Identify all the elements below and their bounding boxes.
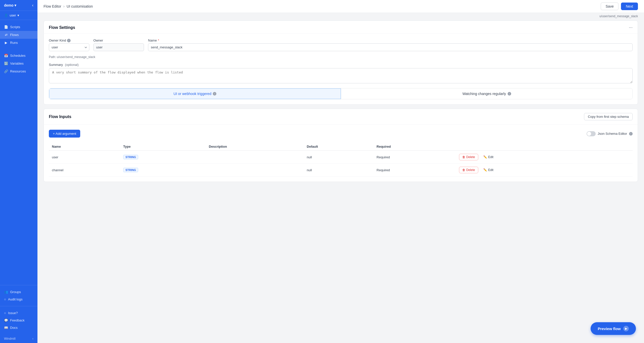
schedules-icon: 📅: [4, 54, 8, 58]
sidebar-item-scripts[interactable]: 📄 Scripts: [0, 23, 37, 31]
sidebar-item-docs[interactable]: 📖 Docs: [0, 324, 37, 331]
user-icon: 👤: [4, 13, 8, 17]
user-label: user: [10, 13, 16, 17]
sidebar-item-label: Runs: [10, 41, 18, 45]
row-actions: 🗑 Delete ✏️ Edit: [456, 164, 633, 177]
flow-inputs-card: Flow Inputs Copy from first step schema …: [44, 109, 638, 182]
delete-icon: 🗑: [462, 155, 465, 159]
sidebar-item-audit-logs[interactable]: ○ Audit logs: [0, 296, 37, 303]
edit-button-channel[interactable]: ✏️ Edit: [480, 167, 496, 173]
edit-button-user[interactable]: ✏️ Edit: [480, 154, 496, 160]
sidebar-item-issue[interactable]: ○ Issue?: [0, 309, 37, 317]
sidebar-footer: 👥 Groups ○ Audit logs: [0, 285, 37, 306]
brand-name: demo: [4, 3, 13, 7]
table-head: Name Type Description Default Required: [49, 143, 633, 151]
topbar-actions: Save Next: [601, 3, 638, 10]
delete-button-channel[interactable]: 🗑 Delete: [459, 167, 479, 173]
resources-icon: 🔗: [4, 69, 8, 73]
table-body: user STRING null Required 🗑 Delete: [49, 151, 633, 177]
sidebar-footer-label: Audit logs: [8, 297, 23, 301]
delete-icon: 🗑: [462, 168, 465, 172]
name-input[interactable]: [148, 43, 633, 51]
flow-inputs-title: Flow Inputs: [49, 115, 71, 119]
trigger-ui-webhook-button[interactable]: UI or webhook triggered i: [49, 88, 341, 99]
json-schema-label: Json Schema Editor: [598, 132, 627, 136]
save-button[interactable]: Save: [601, 3, 618, 10]
sidebar-item-runs[interactable]: ▶ Runs: [0, 39, 37, 47]
row-type: STRING: [120, 151, 206, 164]
row-default: null: [304, 164, 373, 177]
owner-row: Owner Kind i user Owner Name: [49, 39, 633, 51]
sidebar-item-schedules[interactable]: 📅 Schedules: [0, 52, 37, 60]
breadcrumb-separator: ›: [63, 4, 65, 9]
owner-group: Owner: [93, 39, 144, 51]
breadcrumb-ui-customisation: UI customisation: [67, 4, 93, 8]
sidebar-bottom: Windmill ‹: [0, 334, 37, 343]
brand-chevron-icon: ▾: [14, 3, 16, 7]
sidebar-nav: 📄 Scripts ⇄ Flows ▶ Runs 📅 Schedules 🔣 V…: [0, 20, 37, 280]
next-button[interactable]: Next: [621, 3, 638, 10]
col-actions: [456, 143, 633, 151]
docs-label: Docs: [10, 326, 18, 330]
issue-icon: ○: [4, 311, 6, 315]
edit-icon: ✏️: [483, 168, 487, 172]
flows-icon: ⇄: [4, 33, 8, 37]
breadcrumb-flow-editor[interactable]: Flow Editor: [44, 4, 61, 8]
row-description: [206, 151, 304, 164]
owner-kind-group: Owner Kind i user: [49, 39, 89, 51]
runs-icon: ▶: [4, 41, 8, 45]
row-name: user: [49, 151, 120, 164]
preview-flow-button[interactable]: Preview flow ▶: [591, 322, 636, 335]
json-schema-toggle-group: Json Schema Editor i: [587, 131, 633, 136]
sidebar-extras: ○ Issue? 💬 Feedback 📖 Docs: [0, 306, 37, 334]
delete-button-user[interactable]: 🗑 Delete: [459, 154, 479, 160]
trigger-2-info-icon: i: [508, 92, 511, 96]
sidebar-header: demo ▾ ‹: [0, 0, 37, 11]
audit-logs-icon: ○: [4, 297, 6, 301]
summary-textarea[interactable]: [49, 68, 633, 83]
col-type: Type: [120, 143, 206, 151]
content-area: u/user/send_message_slack Flow Settings …: [37, 13, 644, 343]
col-name: Name: [49, 143, 120, 151]
json-schema-info-icon: i: [629, 132, 633, 136]
copy-schema-button[interactable]: Copy from first step schema: [584, 113, 633, 120]
sidebar: demo ▾ ‹ 👤 user ▾ 📄 Scripts ⇄ Flows ▶ Ru…: [0, 0, 37, 343]
sidebar-user[interactable]: 👤 user ▾: [0, 11, 37, 20]
trigger-1-info-icon: i: [213, 92, 216, 96]
json-schema-toggle[interactable]: [587, 131, 596, 136]
sidebar-item-groups[interactable]: 👥 Groups: [0, 288, 37, 296]
row-actions: 🗑 Delete ✏️ Edit: [456, 151, 633, 164]
add-argument-button[interactable]: + Add argument: [49, 130, 80, 138]
row-required: Required: [373, 151, 456, 164]
trigger-options: UI or webhook triggered i Watching chang…: [49, 88, 633, 99]
owner-kind-info-icon: i: [67, 39, 71, 42]
sidebar-item-label: Resources: [10, 69, 26, 73]
flow-settings-header: Flow Settings ···: [44, 21, 638, 33]
sidebar-item-resources[interactable]: 🔗 Resources: [0, 67, 37, 75]
sidebar-item-flows[interactable]: ⇄ Flows: [0, 31, 37, 39]
arguments-table: Name Type Description Default Required u…: [49, 143, 633, 177]
action-cell: 🗑 Delete ✏️ Edit: [459, 154, 630, 160]
sidebar-collapse-button[interactable]: ‹: [32, 3, 33, 8]
user-chevron-icon: ▾: [17, 13, 19, 17]
sidebar-footer-label: Groups: [10, 290, 21, 294]
variables-icon: 🔣: [4, 62, 8, 65]
path-hint: u/user/send_message_slack: [44, 13, 638, 21]
docs-icon: 📖: [4, 326, 8, 330]
path-display: Path: u/user/send_message_slack: [49, 55, 633, 59]
row-default: null: [304, 151, 373, 164]
flow-settings-menu-button[interactable]: ···: [629, 25, 633, 30]
windmill-collapse-icon[interactable]: ‹: [32, 337, 33, 340]
brand-label[interactable]: demo ▾: [4, 3, 16, 7]
flow-inputs-header: Flow Inputs Copy from first step schema: [44, 109, 638, 125]
sidebar-item-label: Scripts: [10, 25, 20, 29]
sidebar-item-feedback[interactable]: 💬 Feedback: [0, 317, 37, 324]
summary-group: Summary (optional): [49, 63, 633, 84]
sidebar-item-variables[interactable]: 🔣 Variables: [0, 60, 37, 67]
owner-input[interactable]: [93, 43, 144, 51]
trigger-watching-button[interactable]: Watching changes regularly i: [341, 88, 632, 99]
table-row: channel STRING null Required 🗑 Delete: [49, 164, 633, 177]
col-required: Required: [373, 143, 456, 151]
row-name: channel: [49, 164, 120, 177]
owner-kind-select[interactable]: user: [49, 43, 89, 51]
